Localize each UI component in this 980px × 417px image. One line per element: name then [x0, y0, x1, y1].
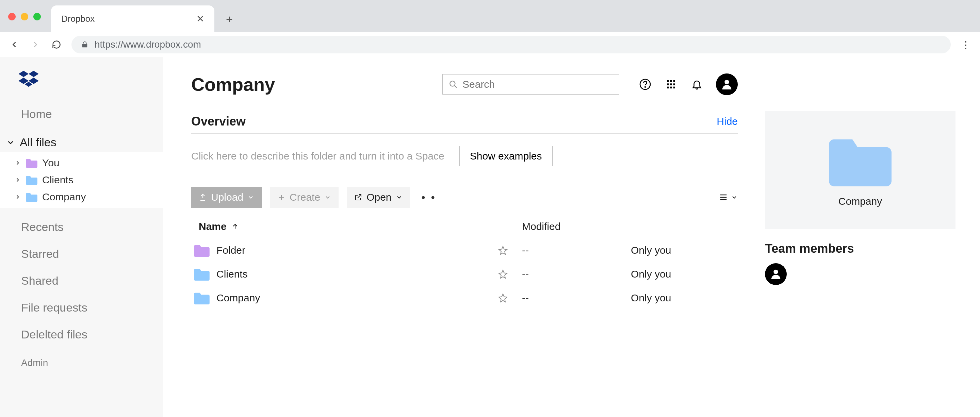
file-access: Only you — [631, 292, 738, 304]
folder-icon — [194, 244, 210, 257]
window-minimize-button[interactable] — [21, 13, 28, 21]
create-button[interactable]: Create — [270, 187, 339, 208]
grid-icon — [666, 79, 676, 90]
dropbox-logo[interactable] — [0, 67, 163, 101]
file-access: Only you — [631, 268, 738, 280]
sidebar-item-file-requests[interactable]: File requests — [0, 294, 163, 321]
star-icon — [498, 270, 508, 279]
column-name-header[interactable]: Name — [199, 221, 498, 232]
browser-tab[interactable]: Dropbox ✕ — [51, 5, 215, 32]
sort-asc-icon — [231, 223, 239, 230]
sidebar-item-shared[interactable]: Shared — [0, 267, 163, 294]
tab-close-button[interactable]: ✕ — [196, 13, 204, 24]
search-input[interactable] — [463, 79, 613, 90]
upload-button[interactable]: Upload — [191, 187, 262, 208]
sidebar: Home All files You Clients Company — [0, 57, 163, 417]
search-box[interactable] — [442, 74, 619, 95]
folder-icon — [194, 268, 210, 281]
file-modified: -- — [522, 292, 631, 304]
dropbox-icon — [18, 71, 39, 88]
sidebar-item-admin[interactable]: Admin — [0, 348, 163, 375]
star-icon — [498, 246, 508, 255]
more-actions-button[interactable]: • • — [418, 191, 440, 204]
team-member-avatar[interactable] — [765, 263, 787, 285]
account-avatar[interactable] — [716, 73, 738, 95]
apps-button[interactable] — [662, 75, 681, 94]
file-modified: -- — [522, 244, 631, 256]
svg-rect-6 — [667, 83, 669, 85]
upload-label: Upload — [211, 192, 243, 203]
file-name: Company — [216, 292, 260, 304]
star-icon — [498, 293, 508, 303]
browser-forward-button[interactable] — [29, 38, 41, 51]
file-row[interactable]: Clients -- Only you — [191, 262, 738, 286]
upload-icon — [199, 193, 207, 201]
svg-rect-11 — [673, 87, 675, 89]
svg-rect-8 — [673, 83, 675, 85]
svg-point-12 — [724, 80, 729, 84]
page-title: Company — [191, 74, 442, 95]
sidebar-item-all-files[interactable]: All files — [0, 133, 163, 152]
file-row[interactable]: Folder -- Only you — [191, 238, 738, 262]
overview-hide-link[interactable]: Hide — [717, 116, 738, 127]
sidebar-tree-label: Clients — [42, 174, 73, 186]
person-icon — [769, 267, 783, 281]
sidebar-item-home[interactable]: Home — [0, 101, 163, 128]
open-button[interactable]: Open — [347, 187, 410, 208]
help-icon — [639, 78, 651, 90]
star-button[interactable] — [498, 246, 522, 255]
svg-point-13 — [773, 270, 778, 274]
details-pane: Company Team members — [765, 73, 956, 417]
folder-icon — [829, 133, 891, 187]
address-bar[interactable]: https://www.dropbox.com — [72, 36, 951, 53]
chevron-down-icon — [324, 194, 331, 201]
tab-title: Dropbox — [61, 14, 95, 24]
sidebar-tree-item[interactable]: Clients — [0, 171, 163, 189]
svg-rect-9 — [667, 87, 669, 89]
svg-rect-10 — [670, 87, 672, 89]
svg-rect-4 — [670, 80, 672, 82]
preview-label: Company — [838, 195, 882, 207]
notifications-button[interactable] — [687, 75, 706, 94]
svg-rect-7 — [670, 83, 672, 85]
file-access: Only you — [631, 244, 738, 256]
star-button[interactable] — [498, 270, 522, 279]
sidebar-item-deleted[interactable]: Delelted files — [0, 321, 163, 348]
browser-menu-button[interactable]: ⋮ — [959, 39, 972, 51]
browser-chrome: Dropbox ✕ + https://www.dropbox.com ⋮ — [0, 0, 980, 57]
show-examples-button[interactable]: Show examples — [460, 146, 553, 166]
col-modified-label: Modified — [522, 221, 560, 232]
create-label: Create — [290, 192, 320, 203]
help-button[interactable] — [636, 75, 655, 94]
folder-preview-card: Company — [765, 111, 956, 229]
column-modified-header[interactable]: Modified — [522, 221, 631, 232]
sidebar-tree-item[interactable]: You — [0, 154, 163, 171]
table-header: Name Modified — [191, 217, 738, 238]
col-name-label: Name — [199, 221, 227, 232]
folder-description-placeholder[interactable]: Click here to describe this folder and t… — [191, 150, 444, 162]
chevron-down-icon — [6, 138, 15, 147]
chevron-down-icon — [731, 194, 738, 201]
browser-reload-button[interactable] — [50, 38, 63, 51]
sidebar-tree-item[interactable]: Company — [0, 189, 163, 205]
person-icon — [720, 78, 733, 91]
open-label: Open — [366, 192, 391, 203]
window-close-button[interactable] — [8, 13, 16, 21]
chevron-down-icon — [396, 194, 402, 201]
bell-icon — [691, 79, 703, 90]
team-members-heading: Team members — [765, 241, 956, 256]
view-toggle[interactable] — [719, 192, 738, 202]
new-tab-button[interactable]: + — [219, 9, 240, 29]
star-button[interactable] — [498, 293, 522, 303]
file-row[interactable]: Company -- Only you — [191, 286, 738, 310]
browser-back-button[interactable] — [8, 38, 21, 51]
chevron-right-icon — [14, 160, 21, 166]
sidebar-item-recents[interactable]: Recents — [0, 214, 163, 241]
list-icon — [719, 192, 728, 202]
sidebar-item-starred[interactable]: Starred — [0, 241, 163, 267]
lock-icon — [81, 41, 89, 48]
folder-icon — [194, 292, 210, 304]
svg-point-2 — [645, 87, 646, 87]
folder-icon — [26, 192, 37, 202]
window-maximize-button[interactable] — [33, 13, 41, 21]
